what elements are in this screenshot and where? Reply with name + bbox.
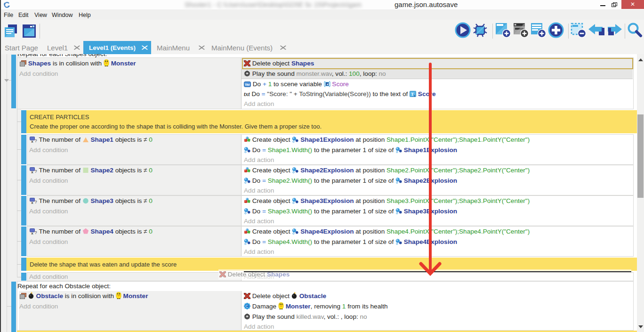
svg-text:?: ? — [34, 138, 37, 143]
svg-text:x: x — [31, 201, 33, 204]
svg-text:?: ? — [34, 200, 37, 204]
svg-text:x: x — [31, 139, 33, 143]
svg-text:x: x — [31, 231, 33, 235]
svg-text:Var: Var — [245, 83, 250, 86]
svg-text:?: ? — [34, 169, 37, 174]
svg-text:?: ? — [34, 230, 37, 235]
svg-text:x: x — [31, 170, 33, 174]
